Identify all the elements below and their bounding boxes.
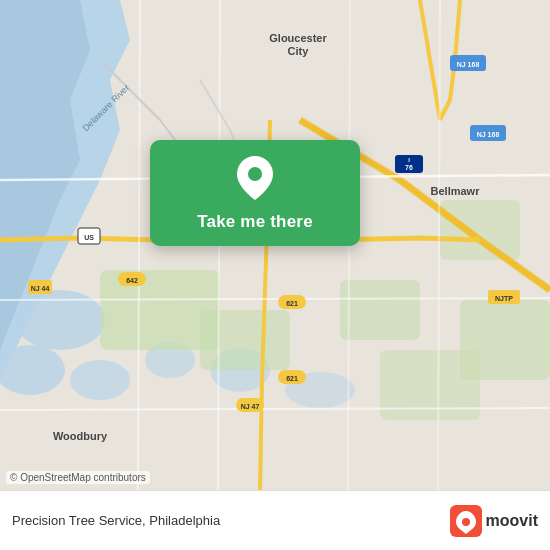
svg-text:NJTP: NJTP xyxy=(495,295,513,302)
svg-text:NJ 44: NJ 44 xyxy=(31,285,50,292)
svg-text:621: 621 xyxy=(286,300,298,307)
svg-text:621: 621 xyxy=(286,375,298,382)
svg-text:76: 76 xyxy=(405,164,413,171)
svg-text:NJ 168: NJ 168 xyxy=(457,61,480,68)
svg-text:US: US xyxy=(84,234,94,241)
svg-text:642: 642 xyxy=(126,277,138,284)
svg-rect-9 xyxy=(340,280,420,340)
svg-text:Woodbury: Woodbury xyxy=(53,430,108,442)
take-me-there-card[interactable]: Take me there xyxy=(150,140,360,246)
moovit-logo: moovit xyxy=(450,505,538,537)
svg-rect-14 xyxy=(460,300,550,380)
svg-text:Gloucester: Gloucester xyxy=(269,32,327,44)
svg-rect-8 xyxy=(200,310,290,370)
svg-text:NJ 168: NJ 168 xyxy=(477,131,500,138)
location-label: Precision Tree Service, Philadelphia xyxy=(12,513,220,528)
card-label: Take me there xyxy=(197,212,313,232)
svg-point-50 xyxy=(462,518,470,526)
svg-rect-13 xyxy=(440,200,520,260)
svg-point-48 xyxy=(248,167,262,181)
bottom-bar: Precision Tree Service, Philadelphia moo… xyxy=(0,490,550,550)
svg-text:City: City xyxy=(288,45,310,57)
moovit-icon xyxy=(450,505,482,537)
svg-text:Bellmawr: Bellmawr xyxy=(431,185,481,197)
moovit-text: moovit xyxy=(486,512,538,530)
location-pin-icon xyxy=(237,156,273,204)
svg-point-3 xyxy=(70,360,130,400)
map-view: US NJ 44 621 621 642 NJ 168 NJ 168 I 76 … xyxy=(0,0,550,490)
svg-text:NJ 47: NJ 47 xyxy=(241,403,260,410)
map-copyright: © OpenStreetMap contributors xyxy=(6,471,150,484)
